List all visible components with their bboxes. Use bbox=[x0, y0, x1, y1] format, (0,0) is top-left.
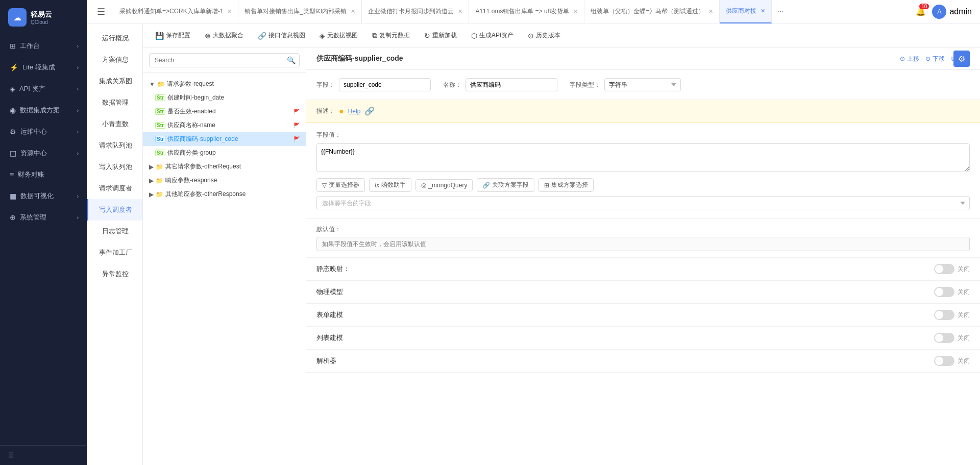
source-platform-select[interactable]: 选择源平台的字段 bbox=[316, 196, 970, 210]
down-action[interactable]: ⊙ 下移 bbox=[925, 55, 945, 63]
physical-model-switch[interactable] bbox=[934, 287, 954, 297]
tabs-more-button[interactable]: ··· bbox=[772, 7, 789, 16]
sidebar-item-visualization[interactable]: ▦数据可视化 › bbox=[0, 185, 87, 207]
search-icon[interactable]: 🔍 bbox=[287, 56, 296, 64]
tab-close-4[interactable]: ✕ bbox=[708, 8, 713, 15]
left-menu-item-4[interactable]: 小青查数 bbox=[87, 113, 142, 135]
mongo-query-button[interactable]: ◎ _mongoQuery bbox=[415, 179, 473, 191]
physical-model-toggle[interactable]: 关闭 bbox=[934, 287, 970, 297]
folder-icon: 📁 bbox=[156, 163, 163, 170]
flag-icon: 🚩 bbox=[293, 136, 300, 142]
tab-3[interactable]: A111 oms销售出库单 => u8发货单 ✕ bbox=[469, 0, 584, 23]
sidebar-item-finance[interactable]: ≡财务对账 bbox=[0, 164, 87, 185]
list-model-switch[interactable] bbox=[934, 333, 954, 343]
physical-model-label: 物理模型 bbox=[316, 287, 343, 297]
left-menu-item-9[interactable]: 日志管理 bbox=[87, 221, 142, 242]
sidebar-item-ops[interactable]: ⚙运维中心 › bbox=[0, 121, 87, 142]
history-button[interactable]: ⊙ 历史版本 bbox=[522, 28, 567, 43]
tab-close-1[interactable]: ✕ bbox=[351, 8, 355, 15]
form-model-switch[interactable] bbox=[934, 310, 954, 320]
tree-node-other-response[interactable]: ▶ 📁 其他响应参数-otherResponse bbox=[143, 187, 306, 201]
tab-5[interactable]: 供应商对接 ✕ bbox=[720, 0, 772, 23]
tab-4[interactable]: 组装单（父项）金蝶=》马帮（测试通过） ✕ bbox=[584, 0, 720, 23]
settings-gear-button[interactable]: ⚙ bbox=[953, 51, 970, 67]
up-action[interactable]: ⊙ 上移 bbox=[900, 55, 919, 63]
tab-close-0[interactable]: ✕ bbox=[227, 8, 232, 15]
sidebar-item-lite[interactable]: ⚡Lite 轻集成 › bbox=[0, 57, 87, 78]
parser-toggle[interactable]: 关闭 bbox=[934, 356, 970, 366]
chevron-icon: › bbox=[77, 108, 79, 113]
desc-label: 描述： bbox=[316, 107, 335, 115]
variable-selector-button[interactable]: ▽ 变量选择器 bbox=[316, 178, 365, 192]
left-menu-item-2[interactable]: 集成关系图 bbox=[87, 70, 142, 92]
form-model-toggle[interactable]: 关闭 bbox=[934, 310, 970, 320]
sidebar-footer[interactable]: ☰ bbox=[0, 445, 87, 465]
field-input[interactable] bbox=[339, 78, 431, 91]
search-input[interactable] bbox=[149, 53, 300, 67]
user-area[interactable]: A admin bbox=[932, 5, 972, 19]
tree-node-group[interactable]: Str 供应商分类-group bbox=[143, 146, 306, 160]
tree-node-begin-date[interactable]: Str 创建时间-begin_date bbox=[143, 91, 306, 105]
left-menu-item-3[interactable]: 数据管理 bbox=[87, 92, 142, 113]
gen-api-button[interactable]: ⬡ 生成API资产 bbox=[465, 28, 520, 43]
parser-state: 关闭 bbox=[958, 357, 970, 365]
help-link[interactable]: Help bbox=[348, 108, 361, 115]
reload-button[interactable]: ↻ 重新加载 bbox=[418, 28, 463, 43]
tree-node-request[interactable]: ▼ 📁 请求参数-request bbox=[143, 77, 306, 91]
default-value-input[interactable] bbox=[316, 237, 970, 251]
static-map-toggle[interactable]: 关闭 bbox=[934, 264, 970, 274]
workbench-icon: ⊞ bbox=[10, 42, 16, 50]
tree-node-other-request[interactable]: ▶ 📁 其它请求参数-otherRequest bbox=[143, 160, 306, 174]
name-item: 名称： bbox=[443, 78, 557, 91]
tab-1[interactable]: 销售单对接销售出库_类型93内部采销 ✕ bbox=[238, 0, 362, 23]
default-value-section: 默认值： bbox=[306, 219, 980, 258]
tab-close-3[interactable]: ✕ bbox=[573, 8, 578, 15]
sidebar-item-system[interactable]: ⊕系统管理 › bbox=[0, 207, 87, 228]
left-menu-item-7[interactable]: 请求调度者 bbox=[87, 178, 142, 199]
tab-0[interactable]: 采购收料通知单=>CGRK入库单新增-1 ✕ bbox=[113, 0, 238, 23]
api-icon: ◈ bbox=[10, 85, 15, 93]
bigdata-icon: ⊛ bbox=[205, 32, 211, 40]
sidebar-item-data-integration[interactable]: ◉数据集成方案 › bbox=[0, 100, 87, 121]
sidebar-item-workbench[interactable]: ⊞工作台 › bbox=[0, 35, 87, 57]
tree-node-name[interactable]: Str 供应商名称-name 🚩 bbox=[143, 118, 306, 132]
type-select[interactable]: 字符串 数字 布尔 日期 bbox=[604, 78, 681, 91]
left-menu-item-6[interactable]: 写入队列池 bbox=[87, 156, 142, 178]
list-model-toggle[interactable]: 关闭 bbox=[934, 333, 970, 343]
left-menu-item-0[interactable]: 运行概况 bbox=[87, 28, 142, 49]
type-item: 字段类型： 字符串 数字 布尔 日期 bbox=[570, 78, 681, 91]
detail-title: 供应商编码-supplier_code bbox=[316, 54, 403, 63]
left-menu-item-1[interactable]: 方案信息 bbox=[87, 49, 142, 70]
parser-switch[interactable] bbox=[934, 356, 954, 366]
app-name: 轻易云 bbox=[31, 10, 52, 19]
notification-button[interactable]: 🔔 10 bbox=[916, 7, 926, 16]
left-menu-item-8[interactable]: 写入调度者 bbox=[87, 199, 142, 221]
menu-toggle-icon[interactable]: ☰ bbox=[93, 6, 109, 17]
bigdata-button[interactable]: ⊛ 大数据聚合 bbox=[199, 28, 250, 43]
name-input[interactable] bbox=[465, 78, 557, 91]
meta-button[interactable]: ◈ 元数据视图 bbox=[313, 28, 364, 43]
tree-node-supplier-code[interactable]: Str 供应商编码-supplier_code 🚩 bbox=[143, 132, 306, 146]
left-menu-item-11[interactable]: 异常监控 bbox=[87, 263, 142, 285]
field-value-textarea[interactable]: {{FNumber}} bbox=[316, 143, 970, 172]
function-helper-button[interactable]: fx 函数助手 bbox=[369, 178, 411, 192]
static-map-switch[interactable] bbox=[934, 264, 954, 274]
save-config-button[interactable]: 💾 保存配置 bbox=[149, 28, 197, 43]
tree-node-enabled[interactable]: Str 是否生效-enabled 🚩 bbox=[143, 105, 306, 118]
str-type-icon: Str bbox=[155, 136, 165, 142]
integration-select-button[interactable]: ⊞ 集成方案选择 bbox=[538, 178, 594, 192]
left-menu-item-10[interactable]: 事件加工厂 bbox=[87, 242, 142, 263]
tab-close-2[interactable]: ✕ bbox=[458, 8, 462, 15]
left-menu-item-5[interactable]: 请求队列池 bbox=[87, 135, 142, 156]
sidebar-item-api[interactable]: ◈API 资产 › bbox=[0, 78, 87, 100]
data-integration-icon: ◉ bbox=[10, 106, 16, 114]
copy-meta-button[interactable]: ⧉ 复制元数据 bbox=[366, 28, 416, 43]
interface-button[interactable]: 🔗 接口信息视图 bbox=[252, 28, 311, 43]
tab-2[interactable]: 企业微信打卡月报同步到简道云 ✕ bbox=[362, 0, 469, 23]
tree-node-response[interactable]: ▶ 📁 响应参数-response bbox=[143, 174, 306, 187]
relate-field-button[interactable]: 🔗 关联方案字段 bbox=[477, 178, 534, 192]
physical-model-row: 物理模型 关闭 bbox=[306, 281, 980, 304]
sidebar-item-resources[interactable]: ◫资源中心 › bbox=[0, 142, 87, 164]
tab-close-5[interactable]: ✕ bbox=[761, 8, 765, 14]
field-name-item: 字段： bbox=[316, 78, 431, 91]
